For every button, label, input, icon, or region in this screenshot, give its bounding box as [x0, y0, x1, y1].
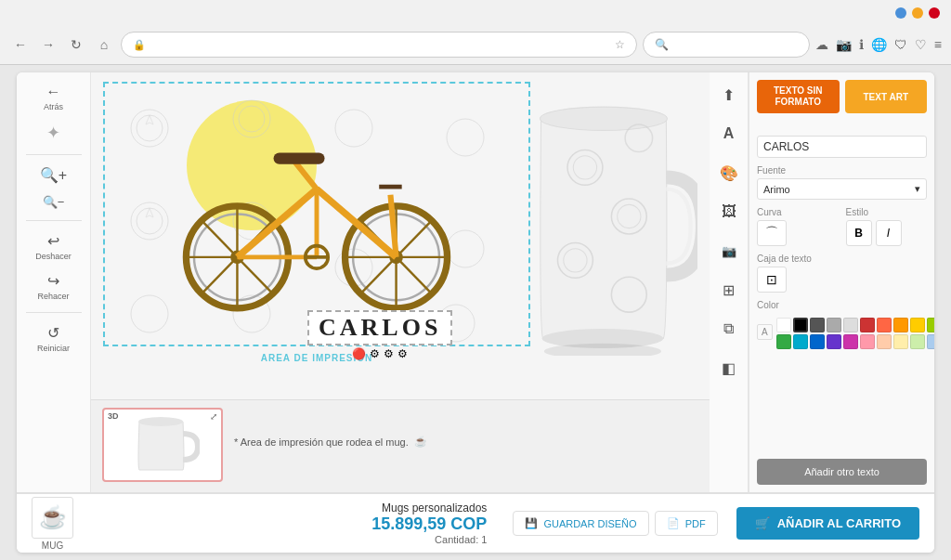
curve-btn[interactable]: ⌒ [757, 220, 787, 246]
plain-text-btn[interactable]: TEXTO SIN FORMATO [757, 80, 840, 113]
design-canvas: AREA DE IMPRESIÓN [103, 82, 697, 379]
color-swatch-18[interactable] [910, 334, 925, 349]
color-swatch-5[interactable] [860, 318, 875, 332]
cloud-icon[interactable]: ☁ [815, 37, 828, 52]
color-swatch-9[interactable] [927, 318, 934, 332]
zoom-in-btn[interactable]: 🔍+ [21, 163, 86, 188]
color-swatch-13[interactable] [827, 334, 841, 349]
back-arrow-icon: ← [46, 84, 61, 100]
color-swatch-6[interactable] [877, 318, 892, 332]
svg-point-51 [138, 417, 183, 426]
color-swatch-17[interactable] [893, 334, 908, 349]
zoom-out-btn[interactable]: 🔍− [21, 191, 86, 213]
color-swatch-11[interactable] [793, 334, 808, 349]
color-swatch-3[interactable] [827, 318, 841, 332]
thumb-mug-mini [104, 410, 221, 480]
undo-icon: ↩ [47, 232, 59, 250]
back-toolbar-btn[interactable]: ← Atrás [21, 80, 86, 115]
bottom-actions: 💾 GUARDAR DISEÑO 📄 PDF [513, 511, 717, 536]
photo-btn[interactable]: 📷 [712, 234, 746, 267]
grid-btn[interactable]: ⊞ [712, 273, 746, 306]
globe-icon[interactable]: 🌐 [871, 37, 887, 52]
curva-estilo-row: Curva ⌒ Estilo B I [757, 207, 927, 246]
forward-button[interactable]: → [37, 33, 59, 56]
paint-icon: 🎨 [720, 164, 738, 182]
add-text-btn[interactable]: Añadir otro texto [757, 459, 927, 485]
color-swatch-12[interactable] [810, 334, 825, 349]
camera-icon[interactable]: 📷 [836, 37, 852, 52]
font-select[interactable]: Arimo ▾ [757, 178, 927, 200]
layers-btn[interactable]: ◧ [712, 351, 746, 384]
color-a-label: A [757, 324, 773, 340]
text-tool-btn[interactable]: A [712, 117, 746, 150]
color-swatch-8[interactable] [910, 318, 925, 332]
color-swatch-2[interactable] [810, 318, 825, 332]
divider3 [26, 312, 82, 313]
carlos-icon-2: ⚙ [370, 347, 380, 360]
carlos-icons-row: 🔴 ⚙ ⚙ ⚙ [307, 347, 452, 360]
pdf-icon: 📄 [667, 517, 680, 529]
traffic-light-red[interactable] [929, 7, 940, 19]
svg-line-30 [237, 189, 317, 257]
textbox-btn[interactable]: ⊡ [757, 267, 787, 293]
copy-btn[interactable]: ⧉ [712, 312, 746, 345]
reset-btn[interactable]: ↺ Reiniciar [21, 320, 86, 357]
info-icon[interactable]: ℹ [859, 37, 864, 52]
search-icon: 🔍 [655, 38, 669, 51]
shield-icon[interactable]: 🛡 [894, 37, 907, 52]
curva-estilo-section: Curva ⌒ Estilo B I [757, 207, 927, 246]
select-tool-btn[interactable]: ✦ [21, 119, 86, 147]
search-bar[interactable]: 🔍 [643, 32, 810, 58]
thumb-item[interactable]: 3D ⤢ [102, 408, 223, 482]
bold-btn[interactable]: B [846, 220, 872, 246]
traffic-light-yellow[interactable] [912, 7, 923, 19]
color-label: Color [757, 300, 927, 310]
refresh-button[interactable]: ↻ [65, 33, 87, 56]
carlos-icon-4: ⚙ [397, 347, 408, 360]
undo-btn[interactable]: ↩ Deshacer [21, 228, 86, 265]
properties-panel-container: TEXTO SIN FORMATO TEXT ART Fuente Arimo … [749, 72, 934, 492]
color-swatch-19[interactable] [927, 334, 934, 349]
mug-label: MUG [42, 540, 63, 551]
save-design-btn[interactable]: 💾 GUARDAR DISEÑO [513, 511, 648, 536]
color-swatch-4[interactable] [843, 318, 858, 332]
paint-btn[interactable]: 🎨 [712, 156, 746, 189]
reset-icon: ↺ [47, 324, 59, 342]
color-swatch-7[interactable] [893, 318, 908, 332]
add-to-cart-btn[interactable]: 🛒 AÑADIR AL CARRITO [736, 507, 919, 540]
textbox-label: Caja de texto [757, 254, 927, 264]
color-swatch-14[interactable] [843, 334, 858, 349]
italic-btn[interactable]: I [876, 220, 902, 246]
color-swatch-0[interactable] [776, 318, 791, 332]
color-swatch-15[interactable] [860, 334, 875, 349]
pdf-btn[interactable]: 📄 PDF [655, 511, 718, 536]
mug-product-thumb-container: ☕ MUG [32, 497, 73, 551]
text-input[interactable] [757, 136, 927, 158]
menu-icon[interactable]: ≡ [934, 37, 942, 52]
back-button[interactable]: ← [9, 33, 32, 56]
color-swatch-1[interactable] [793, 318, 808, 332]
font-value: Arimo [763, 184, 790, 195]
carlos-icon-3: ⚙ [384, 347, 394, 360]
home-button[interactable]: ⌂ [93, 33, 115, 56]
pdf-label: PDF [685, 518, 706, 529]
redo-btn[interactable]: ↪ Rehacer [21, 268, 86, 305]
text-art-btn[interactable]: TEXT ART [845, 80, 928, 113]
image-btn[interactable]: 🖼 [712, 195, 746, 228]
textbox-section: Caja de texto ⊡ [757, 254, 927, 293]
bottom-bar: ☕ MUG Mugs personalizados 15.899,59 COP … [17, 492, 934, 553]
color-swatch-16[interactable] [877, 334, 892, 349]
address-bar[interactable]: 🔒 ☆ [121, 32, 637, 58]
heart-icon[interactable]: ♡ [915, 37, 927, 52]
star-icon: ☆ [615, 38, 625, 51]
mug-product-thumb: ☕ [32, 497, 73, 539]
carlos-design[interactable]: CARLOS 🔴 ⚙ ⚙ ⚙ [307, 310, 452, 360]
upload-btn[interactable]: ⬆ [712, 78, 746, 111]
carlos-text: CARLOS [307, 310, 452, 345]
traffic-light-blue[interactable] [895, 7, 906, 19]
save-icon: 💾 [525, 517, 538, 529]
save-design-label: GUARDAR DISEÑO [543, 518, 636, 529]
expand-icon[interactable]: ⤢ [210, 411, 217, 422]
add-cart-label: AÑADIR AL CARRITO [777, 516, 901, 530]
color-swatch-10[interactable] [776, 334, 791, 349]
